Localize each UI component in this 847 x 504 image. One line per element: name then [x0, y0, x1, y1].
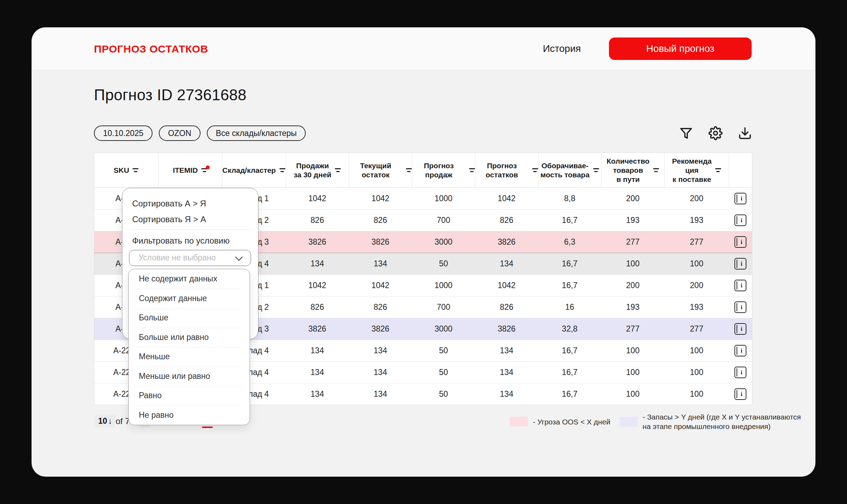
screen: ПРОГНОЗ ОСТАТКОВ История Новый прогноз П…: [0, 0, 847, 504]
row-info-button[interactable]: i: [734, 367, 746, 378]
cell-supply_recommendation: 100: [664, 383, 729, 405]
filter-chip-2[interactable]: Все склады/кластеры: [207, 125, 306, 141]
cell-sales_forecast: 700: [412, 210, 475, 231]
cell-current_stock: 134: [349, 383, 412, 405]
col-header-label: Оборачивае- мость товара: [540, 161, 589, 179]
col-header-оборачивае--мость-товара: Оборачивае- мость товара: [538, 153, 601, 188]
cell-in_transit: 277: [601, 318, 664, 340]
cell-supply_recommendation: 193: [664, 210, 729, 231]
active-page-underline: [202, 427, 213, 428]
info-document-icon: i: [734, 367, 746, 378]
cell-current_stock: 826: [349, 210, 412, 231]
cell-stock_forecast: 1042: [475, 188, 538, 210]
row-info-button[interactable]: i: [734, 301, 746, 313]
column-filter-icon[interactable]: [715, 168, 721, 172]
column-filter-icon[interactable]: [279, 168, 285, 172]
row-info-button[interactable]: i: [734, 258, 746, 270]
cell-stock_forecast: 1042: [475, 275, 538, 297]
condition-option-4[interactable]: Меньше: [129, 347, 250, 367]
row-info-button[interactable]: i: [734, 345, 746, 356]
cell-in_transit: 100: [601, 362, 664, 383]
cell-stock_forecast: 134: [475, 253, 538, 275]
filter-chip-1[interactable]: OZON: [159, 125, 200, 141]
col-header-label: Количество товаров в пути: [607, 157, 649, 184]
cell-sales_30d: 134: [286, 253, 349, 275]
cell-current_stock: 1042: [349, 275, 412, 297]
cell-actions: i: [729, 253, 752, 275]
col-header-label: Текущий остаток: [349, 161, 402, 179]
info-document-icon: i: [734, 193, 746, 204]
cell-current_stock: 826: [349, 297, 412, 318]
legend-swatch: [619, 417, 638, 427]
col-header-actions: [729, 153, 752, 188]
condition-option-6[interactable]: Равно: [129, 386, 250, 406]
cell-supply_recommendation: 200: [664, 275, 729, 297]
cell-actions: i: [729, 362, 752, 383]
download-icon[interactable]: [738, 126, 752, 141]
cell-supply_recommendation: 100: [664, 340, 729, 362]
condition-option-2[interactable]: Больше: [129, 308, 250, 328]
column-filter-icon[interactable]: [335, 168, 341, 172]
menu-divider: [129, 229, 251, 230]
cell-turnover: 6,3: [538, 231, 601, 253]
col-header-текущий-остаток: Текущий остаток: [349, 153, 412, 188]
info-document-icon: i: [734, 345, 746, 356]
condition-option-5[interactable]: Меньше или равно: [129, 367, 250, 386]
row-info-button[interactable]: i: [734, 388, 746, 400]
column-filter-icon[interactable]: [532, 168, 538, 172]
condition-option-1[interactable]: Содержит данные: [129, 289, 250, 308]
condition-option-0[interactable]: Не содержит данных: [129, 269, 250, 289]
cell-in_transit: 193: [601, 210, 664, 231]
menu-item-sort-za[interactable]: Сортировать Я > А: [122, 212, 258, 226]
condition-option-3[interactable]: Больше или равно: [129, 328, 250, 347]
row-color-legend: - Угроза OOS < X дней- Запасы > Y дней (…: [510, 412, 801, 431]
row-info-button[interactable]: i: [734, 193, 746, 204]
row-info-button[interactable]: i: [734, 236, 746, 248]
column-filter-icon[interactable]: [406, 168, 412, 172]
col-header-прогноз-продаж: Прогноз продаж: [412, 153, 475, 188]
condition-select-placeholder: Условие не выбрано: [138, 250, 216, 265]
cell-stock_forecast: 3826: [475, 231, 538, 253]
new-forecast-button[interactable]: Новый прогноз: [609, 38, 752, 60]
condition-select[interactable]: Условие не выбрано: [129, 250, 251, 266]
cell-actions: i: [729, 383, 752, 405]
cell-sales_30d: 134: [286, 362, 349, 383]
col-header-количество-товаров-в-пути: Количество товаров в пути: [601, 153, 664, 188]
cell-current_stock: 134: [349, 362, 412, 383]
pagination-of-label: of 7: [116, 416, 130, 426]
column-filter-icon[interactable]: [133, 168, 138, 172]
app-window: ПРОГНОЗ ОСТАТКОВ История Новый прогноз П…: [32, 27, 815, 477]
filter-by-condition-label: Фильтровать по условию: [122, 234, 258, 248]
page-size-selector[interactable]: 10↓: [95, 414, 116, 428]
column-filter-icon[interactable]: [201, 168, 207, 172]
filter-icon[interactable]: [679, 126, 693, 141]
cell-sales_30d: 1042: [286, 275, 349, 297]
cell-turnover: 16: [538, 297, 601, 318]
cell-in_transit: 193: [601, 297, 664, 318]
row-info-button[interactable]: i: [734, 214, 746, 226]
column-filter-icon[interactable]: [469, 168, 475, 172]
app-logo: ПРОГНОЗ ОСТАТКОВ: [94, 43, 208, 55]
filter-chip-0[interactable]: 10.10.2025: [94, 125, 153, 141]
column-filter-icon[interactable]: [593, 168, 599, 172]
cell-current_stock: 1042: [349, 188, 412, 210]
nav-history-link[interactable]: История: [543, 43, 581, 54]
chevron-down-icon: [235, 253, 243, 261]
cell-sales_forecast: 1000: [412, 188, 475, 210]
info-document-icon: i: [734, 323, 746, 335]
col-header-label: Прогноз остатков: [475, 161, 529, 179]
cell-sales_30d: 134: [286, 383, 349, 405]
menu-item-sort-az[interactable]: Сортировать А > Я: [122, 197, 258, 211]
column-filter-icon[interactable]: [653, 168, 659, 172]
cell-current_stock: 3826: [349, 231, 412, 253]
cell-supply_recommendation: 100: [664, 253, 729, 275]
cell-supply_recommendation: 277: [664, 231, 729, 253]
page-title: Прогноз ID 27361688: [94, 86, 246, 104]
col-header-sku: SKU: [94, 153, 158, 188]
condition-option-7[interactable]: Не равно: [129, 406, 250, 425]
col-header-label: Продажи за 30 дней: [294, 161, 331, 179]
row-info-button[interactable]: i: [734, 323, 746, 335]
cell-sales_forecast: 3000: [412, 231, 475, 253]
settings-gear-icon[interactable]: [708, 126, 723, 141]
row-info-button[interactable]: i: [734, 280, 746, 291]
